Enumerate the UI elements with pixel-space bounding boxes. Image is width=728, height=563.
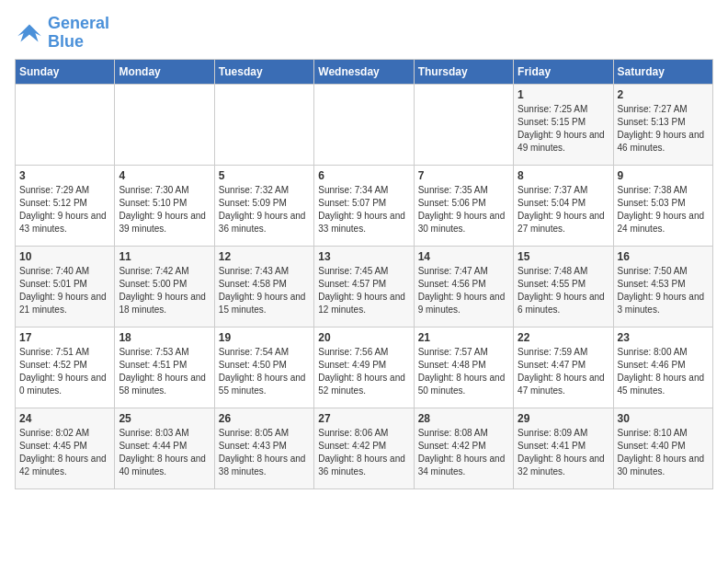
day-number: 1 [518, 88, 609, 101]
svg-marker-0 [17, 24, 41, 41]
calendar-cell: 22Sunrise: 7:59 AMSunset: 4:47 PMDayligh… [514, 327, 613, 408]
day-number: 5 [219, 169, 310, 182]
day-number: 18 [119, 331, 210, 344]
calendar-cell: 18Sunrise: 7:53 AMSunset: 4:51 PMDayligh… [115, 327, 214, 408]
calendar-cell: 1Sunrise: 7:25 AMSunset: 5:15 PMDaylight… [514, 84, 613, 165]
calendar-cell: 6Sunrise: 7:34 AMSunset: 5:07 PMDaylight… [314, 165, 414, 246]
day-info: Sunrise: 7:47 AMSunset: 4:56 PMDaylight:… [418, 265, 509, 316]
day-number: 26 [219, 412, 310, 425]
day-number: 4 [119, 169, 210, 182]
calendar-cell: 5Sunrise: 7:32 AMSunset: 5:09 PMDaylight… [214, 165, 313, 246]
day-number: 13 [318, 250, 409, 263]
day-number: 29 [518, 412, 609, 425]
day-number: 20 [318, 331, 409, 344]
calendar-cell: 27Sunrise: 8:06 AMSunset: 4:42 PMDayligh… [314, 408, 414, 488]
day-info: Sunrise: 8:03 AMSunset: 4:44 PMDaylight:… [119, 427, 210, 478]
day-info: Sunrise: 7:40 AMSunset: 5:01 PMDaylight:… [19, 265, 110, 316]
day-number: 12 [219, 250, 310, 263]
day-info: Sunrise: 7:59 AMSunset: 4:47 PMDaylight:… [518, 346, 609, 397]
day-info: Sunrise: 7:27 AMSunset: 5:13 PMDaylight:… [618, 103, 709, 155]
col-header-monday: Monday [115, 59, 214, 84]
day-info: Sunrise: 8:00 AMSunset: 4:46 PMDaylight:… [618, 346, 709, 397]
day-number: 28 [418, 412, 509, 425]
day-number: 15 [518, 250, 609, 263]
day-number: 2 [618, 88, 709, 101]
col-header-wednesday: Wednesday [314, 59, 414, 84]
day-number: 10 [19, 250, 110, 263]
day-info: Sunrise: 7:32 AMSunset: 5:09 PMDaylight:… [219, 184, 310, 236]
day-info: Sunrise: 7:30 AMSunset: 5:10 PMDaylight:… [119, 184, 210, 236]
day-info: Sunrise: 7:43 AMSunset: 4:58 PMDaylight:… [219, 265, 310, 316]
calendar-cell: 24Sunrise: 8:02 AMSunset: 4:45 PMDayligh… [16, 408, 115, 488]
day-number: 25 [119, 412, 210, 425]
day-number: 3 [19, 169, 110, 182]
col-header-friday: Friday [514, 59, 613, 84]
calendar-cell: 26Sunrise: 8:05 AMSunset: 4:43 PMDayligh… [214, 408, 313, 488]
calendar-cell: 30Sunrise: 8:10 AMSunset: 4:40 PMDayligh… [613, 408, 712, 488]
calendar-cell: 20Sunrise: 7:56 AMSunset: 4:49 PMDayligh… [314, 327, 414, 408]
col-header-sunday: Sunday [16, 59, 115, 84]
calendar-cell: 29Sunrise: 8:09 AMSunset: 4:41 PMDayligh… [514, 408, 613, 488]
calendar-cell: 23Sunrise: 8:00 AMSunset: 4:46 PMDayligh… [613, 327, 712, 408]
day-number: 23 [618, 331, 709, 344]
day-info: Sunrise: 8:05 AMSunset: 4:43 PMDaylight:… [219, 427, 310, 478]
calendar-cell: 12Sunrise: 7:43 AMSunset: 4:58 PMDayligh… [214, 246, 313, 327]
col-header-thursday: Thursday [414, 59, 513, 84]
day-info: Sunrise: 8:08 AMSunset: 4:42 PMDaylight:… [418, 427, 509, 478]
calendar-cell: 14Sunrise: 7:47 AMSunset: 4:56 PMDayligh… [414, 246, 513, 327]
calendar-cell: 25Sunrise: 8:03 AMSunset: 4:44 PMDayligh… [115, 408, 214, 488]
calendar-cell: 7Sunrise: 7:35 AMSunset: 5:06 PMDaylight… [414, 165, 513, 246]
day-info: Sunrise: 7:51 AMSunset: 4:52 PMDaylight:… [19, 346, 110, 397]
calendar-cell: 28Sunrise: 8:08 AMSunset: 4:42 PMDayligh… [414, 408, 513, 488]
day-info: Sunrise: 7:45 AMSunset: 4:57 PMDaylight:… [318, 265, 409, 316]
calendar-cell: 10Sunrise: 7:40 AMSunset: 5:01 PMDayligh… [16, 246, 115, 327]
calendar-cell: 4Sunrise: 7:30 AMSunset: 5:10 PMDaylight… [115, 165, 214, 246]
calendar-cell: 15Sunrise: 7:48 AMSunset: 4:55 PMDayligh… [514, 246, 613, 327]
calendar-table: SundayMondayTuesdayWednesdayThursdayFrid… [15, 59, 713, 489]
day-number: 19 [219, 331, 310, 344]
day-number: 6 [318, 169, 409, 182]
day-info: Sunrise: 7:25 AMSunset: 5:15 PMDaylight:… [518, 103, 609, 155]
day-info: Sunrise: 7:48 AMSunset: 4:55 PMDaylight:… [518, 265, 609, 316]
calendar-cell [214, 84, 313, 165]
day-info: Sunrise: 8:02 AMSunset: 4:45 PMDaylight:… [19, 427, 110, 478]
day-info: Sunrise: 7:50 AMSunset: 4:53 PMDaylight:… [618, 265, 709, 316]
calendar-cell: 2Sunrise: 7:27 AMSunset: 5:13 PMDaylight… [613, 84, 712, 165]
col-header-tuesday: Tuesday [214, 59, 313, 84]
calendar-cell [16, 84, 115, 165]
day-number: 11 [119, 250, 210, 263]
calendar-cell: 17Sunrise: 7:51 AMSunset: 4:52 PMDayligh… [16, 327, 115, 408]
day-info: Sunrise: 8:09 AMSunset: 4:41 PMDaylight:… [518, 427, 609, 478]
day-number: 27 [318, 412, 409, 425]
day-info: Sunrise: 7:56 AMSunset: 4:49 PMDaylight:… [318, 346, 409, 397]
calendar-cell [314, 84, 414, 165]
logo-text: General Blue [48, 15, 109, 52]
calendar-cell: 9Sunrise: 7:38 AMSunset: 5:03 PMDaylight… [613, 165, 712, 246]
calendar-cell: 19Sunrise: 7:54 AMSunset: 4:50 PMDayligh… [214, 327, 313, 408]
calendar-cell: 21Sunrise: 7:57 AMSunset: 4:48 PMDayligh… [414, 327, 513, 408]
page-header: General Blue [15, 15, 713, 52]
day-number: 14 [418, 250, 509, 263]
day-number: 21 [418, 331, 509, 344]
day-info: Sunrise: 8:10 AMSunset: 4:40 PMDaylight:… [618, 427, 709, 478]
day-info: Sunrise: 7:29 AMSunset: 5:12 PMDaylight:… [19, 184, 110, 236]
calendar-cell: 11Sunrise: 7:42 AMSunset: 5:00 PMDayligh… [115, 246, 214, 327]
day-number: 17 [19, 331, 110, 344]
day-info: Sunrise: 7:42 AMSunset: 5:00 PMDaylight:… [119, 265, 210, 316]
calendar-cell [414, 84, 513, 165]
day-info: Sunrise: 7:35 AMSunset: 5:06 PMDaylight:… [418, 184, 509, 236]
day-number: 16 [618, 250, 709, 263]
day-info: Sunrise: 7:54 AMSunset: 4:50 PMDaylight:… [219, 346, 310, 397]
calendar-cell: 16Sunrise: 7:50 AMSunset: 4:53 PMDayligh… [613, 246, 712, 327]
calendar-cell [115, 84, 214, 165]
logo: General Blue [15, 15, 109, 52]
calendar-cell: 8Sunrise: 7:37 AMSunset: 5:04 PMDaylight… [514, 165, 613, 246]
day-number: 7 [418, 169, 509, 182]
day-number: 8 [518, 169, 609, 182]
day-info: Sunrise: 7:37 AMSunset: 5:04 PMDaylight:… [518, 184, 609, 236]
calendar-cell: 3Sunrise: 7:29 AMSunset: 5:12 PMDaylight… [16, 165, 115, 246]
day-info: Sunrise: 8:06 AMSunset: 4:42 PMDaylight:… [318, 427, 409, 478]
day-number: 24 [19, 412, 110, 425]
day-info: Sunrise: 7:38 AMSunset: 5:03 PMDaylight:… [618, 184, 709, 236]
logo-icon [15, 18, 44, 48]
